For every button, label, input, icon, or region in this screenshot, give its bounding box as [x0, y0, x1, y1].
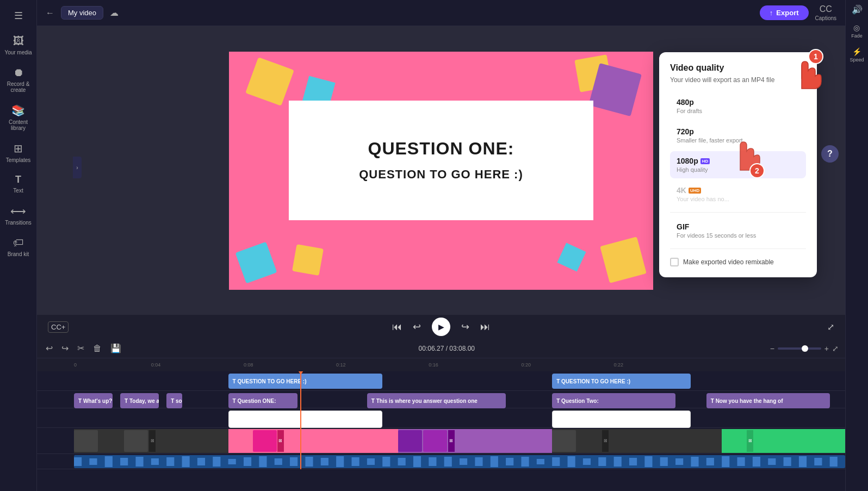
svg-rect-43 — [722, 456, 729, 467]
svg-rect-6 — [151, 458, 159, 465]
svg-rect-33 — [568, 456, 575, 467]
filmstrip-seg-3[interactable]: ⊠ — [398, 429, 553, 453]
delete-button[interactable]: 🗑 — [91, 343, 104, 355]
brand-kit-icon: 🏷 — [13, 237, 24, 249]
fade-control[interactable]: ◎ Fade — [851, 23, 863, 39]
svg-rect-49 — [814, 458, 822, 465]
svg-rect-18 — [336, 456, 344, 467]
deco-shape — [600, 237, 647, 283]
export-icon: ↑ — [770, 9, 773, 17]
clip-answer[interactable]: T This is where you answer question one — [367, 393, 506, 408]
clip-question-top-2[interactable]: T QUESTION TO GO HERE :) — [552, 374, 691, 389]
hamburger-menu[interactable]: ☰ — [9, 4, 28, 27]
quality-option-gif[interactable]: GIF For videos 15 seconds or less — [670, 217, 806, 244]
svg-rect-38 — [644, 456, 652, 467]
rewind-button[interactable]: ↩ — [413, 321, 421, 333]
sidebar-item-record-create[interactable]: ⏺ Record & create — [2, 62, 35, 97]
filmstrip-seg-1[interactable]: ⊠ — [74, 429, 228, 453]
fit-view-button[interactable]: ⤢ — [832, 344, 839, 353]
text-icon: T — [15, 174, 21, 185]
clip-so[interactable]: T so — [166, 393, 182, 408]
quality-popup-title: Video quality — [670, 63, 806, 73]
svg-rect-14 — [275, 458, 282, 465]
filmstrip-seg-4[interactable]: ⊠ — [552, 429, 722, 453]
svg-rect-45 — [753, 457, 760, 467]
back-icon[interactable]: ← — [46, 8, 54, 18]
track-row-captions: T QUESTION TO GO HERE :) T QUESTION TO G… — [37, 371, 845, 391]
remixable-row: Make exported video remixable — [670, 253, 806, 266]
canvas-text-box: QUESTION ONE: QUESTION TO GO HERE :) — [289, 101, 593, 220]
canvas-wrapper: › QUESTION ONE: QUESTION TO GO HERE :) V… — [37, 26, 845, 315]
timeline-tracks: T QUESTION TO GO HERE :) T QUESTION TO G… — [37, 371, 845, 469]
ruler-mark-04: 0:04 — [151, 362, 161, 368]
captions-button[interactable]: CC Captions — [815, 4, 836, 21]
quality-option-1080p[interactable]: 1080p HD High quality — [670, 151, 806, 178]
deco-shape — [292, 244, 324, 276]
sidebar-item-text[interactable]: T Text — [2, 170, 35, 198]
clip-white-2[interactable] — [552, 411, 691, 428]
zoom-in-button[interactable]: + — [824, 344, 829, 353]
sidebar-item-your-media[interactable]: 🖼 Your media — [2, 30, 35, 60]
svg-rect-23 — [413, 456, 421, 467]
clip-white-1[interactable] — [228, 411, 383, 428]
sidebar-item-content-library[interactable]: 📚 Content library — [2, 100, 35, 135]
svg-rect-21 — [382, 457, 390, 467]
export-button[interactable]: ↑ Export — [760, 5, 809, 20]
video-title[interactable]: My video — [61, 6, 103, 20]
zoom-out-button[interactable]: − — [770, 344, 774, 353]
quality-popup-subtitle: Your video will export as an MP4 file — [670, 76, 806, 84]
clip-question-one[interactable]: T Question ONE: — [228, 393, 298, 408]
undo-button[interactable]: ↩ — [44, 342, 55, 355]
collapse-panel-arrow[interactable]: › — [73, 157, 82, 178]
cloud-save-icon[interactable]: ☁ — [110, 8, 119, 18]
svg-rect-22 — [398, 458, 406, 465]
sidebar-item-brand-kit[interactable]: 🏷 Brand kit — [2, 232, 35, 262]
play-button[interactable]: ▶ — [432, 318, 450, 336]
quality-option-480p[interactable]: 480p For drafts — [670, 92, 806, 120]
save-button[interactable]: 💾 — [108, 342, 123, 355]
fullscreen-button[interactable]: ⤢ — [827, 322, 834, 332]
svg-rect-37 — [629, 458, 637, 465]
cut-button[interactable]: ✂ — [75, 342, 86, 355]
svg-rect-42 — [706, 458, 714, 465]
zoom-slider[interactable] — [778, 347, 821, 350]
clip-nowyouhave[interactable]: T Now you have the hang of — [706, 393, 830, 408]
fast-forward-button[interactable]: ↪ — [461, 321, 469, 333]
filmstrip-seg-2[interactable]: ⊠ — [228, 429, 398, 453]
sidebar-item-label: Record & create — [4, 81, 33, 93]
skip-forward-button[interactable]: ⏭ — [480, 321, 490, 333]
svg-rect-27 — [475, 457, 482, 466]
audio-track[interactable] — [74, 455, 845, 468]
sidebar-item-transitions[interactable]: ⟷ Transitions — [2, 200, 35, 230]
svg-rect-19 — [351, 457, 359, 466]
question-one-text: QUESTION ONE: — [368, 139, 514, 159]
quality-option-720p[interactable]: 720p Smaller file, faster export — [670, 122, 806, 149]
svg-rect-41 — [691, 457, 698, 467]
ruler-mark-16: 0:16 — [429, 362, 438, 368]
record-create-icon: ⏺ — [13, 66, 24, 79]
volume-control[interactable]: 🔊 — [852, 4, 863, 15]
clip-question-two[interactable]: T Question Two: — [552, 393, 675, 408]
help-button[interactable]: ? — [821, 145, 839, 163]
filmstrip-seg-5[interactable]: ⊠ — [722, 429, 845, 453]
track-row-whitebox — [37, 408, 845, 428]
svg-rect-36 — [614, 457, 622, 467]
svg-rect-26 — [460, 458, 467, 465]
clip-whatsup[interactable]: T What's up?! W — [74, 393, 113, 408]
skip-back-button[interactable]: ⏮ — [392, 321, 402, 333]
remixable-checkbox[interactable] — [670, 258, 679, 266]
speed-control[interactable]: ⚡ Speed — [850, 47, 864, 63]
svg-rect-47 — [784, 457, 791, 466]
timeline-ruler: 0 0:04 0:08 0:12 0:16 0:20 0:22 — [37, 358, 845, 371]
quality-desc-480p: For drafts — [677, 108, 799, 114]
fade-icon: ◎ — [853, 23, 860, 32]
clip-today[interactable]: T Today, we a — [120, 393, 159, 408]
sidebar-item-templates[interactable]: ⊞ Templates — [2, 138, 35, 167]
redo-button[interactable]: ↪ — [59, 342, 71, 355]
track-row-audio — [37, 454, 845, 469]
cc-button[interactable]: CC+ — [48, 321, 69, 333]
svg-rect-48 — [799, 456, 807, 467]
svg-rect-32 — [552, 457, 560, 466]
quality-option-4k[interactable]: 4K UHD Your video has no... — [670, 181, 806, 208]
clip-question-top-1[interactable]: T QUESTION TO GO HERE :) — [228, 374, 383, 389]
